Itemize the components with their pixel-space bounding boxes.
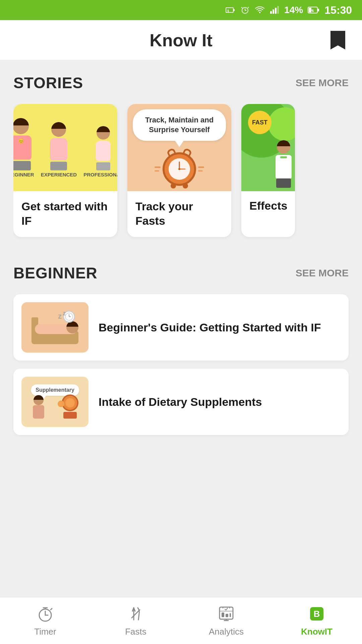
fast-badge: FAST bbox=[248, 111, 272, 134]
story-card-fasts-image: Track, Maintain and Surprise Yourself bbox=[127, 104, 231, 191]
bottom-nav: Timer Fasts bbox=[0, 597, 362, 644]
battery-percentage: 14% bbox=[284, 5, 303, 15]
nav-item-analytics[interactable]: Analytics bbox=[181, 604, 272, 637]
article-card-supplements[interactable]: Supplementary bbox=[13, 369, 349, 435]
svg-text:↯: ↯ bbox=[311, 9, 314, 13]
alarm-icon bbox=[240, 5, 250, 15]
stories-title: STORIES bbox=[13, 74, 83, 92]
supplement-illustration: Supplementary bbox=[28, 382, 82, 422]
article-supplements-image: Supplementary bbox=[21, 377, 88, 427]
story-card-fasts-title: Track your Fasts bbox=[135, 200, 193, 227]
app-header: Know It bbox=[0, 20, 362, 60]
beginner-see-more-button[interactable]: SEE MORE bbox=[296, 267, 349, 279]
status-icons: $ 14% bbox=[225, 4, 352, 16]
bookmark-icon bbox=[330, 31, 345, 50]
bookmark-button[interactable] bbox=[330, 31, 345, 50]
svg-rect-11 bbox=[275, 8, 277, 14]
stories-see-more-button[interactable]: SEE MORE bbox=[296, 77, 349, 89]
story-card-if[interactable]: 😊 BEGINNER EXPERIENCED bbox=[13, 104, 117, 237]
battery-saver-icon: $ bbox=[225, 5, 235, 15]
story-card-if-text: Get started with IF bbox=[13, 191, 117, 237]
story-card-fasts[interactable]: Track, Maintain and Surprise Yourself bbox=[127, 104, 231, 237]
article-supplements-title: Intake of Dietary Supplements bbox=[99, 394, 262, 409]
timer-nav-label: Timer bbox=[34, 627, 56, 637]
knowit-nav-icon: B bbox=[307, 604, 326, 623]
svg-rect-38 bbox=[230, 613, 231, 617]
effects-card-text: Effects bbox=[241, 191, 295, 222]
main-content: STORIES SEE MORE 😊 bbox=[0, 60, 362, 597]
battery-icon: ↯ bbox=[308, 5, 320, 15]
svg-point-8 bbox=[259, 12, 260, 13]
signal-icon bbox=[269, 5, 280, 15]
story-card-if-image: 😊 BEGINNER EXPERIENCED bbox=[13, 104, 117, 191]
fasts-nav-label: Fasts bbox=[125, 627, 146, 637]
svg-rect-12 bbox=[277, 6, 279, 14]
svg-text:$: $ bbox=[227, 9, 229, 12]
svg-line-7 bbox=[248, 7, 249, 8]
svg-line-6 bbox=[241, 7, 242, 8]
nav-item-timer[interactable]: Timer bbox=[0, 604, 90, 637]
story-card-effects-title: Effects bbox=[249, 199, 287, 212]
fasts-nav-icon bbox=[126, 604, 145, 623]
sleeping-illustration: z z bbox=[28, 307, 82, 347]
article-card-guide[interactable]: z z Beginner's Guide: Getting Started wi… bbox=[13, 294, 349, 361]
alarm-card-content: Track, Maintain and Surprise Yourself bbox=[127, 104, 231, 191]
svg-rect-37 bbox=[226, 614, 228, 617]
page-title: Know It bbox=[149, 30, 213, 50]
svg-rect-9 bbox=[270, 11, 272, 14]
article-guide-title: Beginner's Guide: Getting Started with I… bbox=[99, 320, 321, 335]
stories-scroll[interactable]: 😊 BEGINNER EXPERIENCED bbox=[13, 104, 349, 244]
article-guide-image: z z bbox=[21, 302, 88, 353]
cloud-bubble: Track, Maintain and Surprise Yourself bbox=[133, 109, 226, 141]
beginner-title: BEGINNER bbox=[13, 264, 98, 282]
knowit-nav-label: KnowIT bbox=[301, 627, 333, 637]
svg-rect-1 bbox=[233, 9, 235, 11]
story-card-effects[interactable]: FAST Effects bbox=[241, 104, 295, 237]
status-bar: $ 14% bbox=[0, 0, 362, 20]
story-card-if-title: Get started with IF bbox=[21, 200, 108, 227]
nav-item-knowit[interactable]: B KnowIT bbox=[272, 604, 362, 637]
doctor-figure bbox=[276, 140, 292, 188]
svg-rect-36 bbox=[222, 612, 224, 617]
timer-nav-icon bbox=[36, 604, 55, 623]
nav-item-fasts[interactable]: Fasts bbox=[90, 604, 181, 637]
svg-rect-15 bbox=[317, 9, 319, 11]
analytics-nav-icon bbox=[217, 604, 236, 623]
svg-point-20 bbox=[178, 168, 180, 170]
svg-text:B: B bbox=[314, 609, 320, 619]
beginner-section: BEGINNER SEE MORE bbox=[13, 264, 349, 435]
stories-header: STORIES SEE MORE bbox=[13, 74, 349, 92]
svg-line-29 bbox=[51, 608, 52, 610]
status-time: 15:30 bbox=[324, 4, 352, 16]
wifi-icon bbox=[255, 5, 265, 15]
story-card-effects-image: FAST bbox=[241, 104, 295, 191]
analytics-nav-label: Analytics bbox=[209, 627, 244, 637]
story-card-fasts-text: Track your Fasts bbox=[127, 191, 231, 237]
alarm-clock bbox=[163, 152, 196, 186]
svg-rect-10 bbox=[273, 9, 274, 14]
stories-section: STORIES SEE MORE 😊 bbox=[13, 74, 349, 244]
beginner-header: BEGINNER SEE MORE bbox=[13, 264, 349, 282]
